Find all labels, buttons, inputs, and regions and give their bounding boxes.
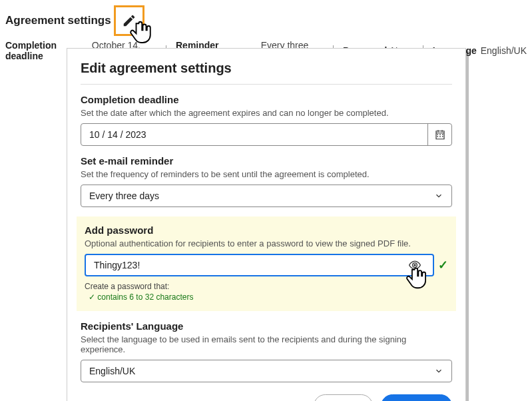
section-password: Add password Optional authentication for… [77,216,456,311]
reminder-select[interactable]: Every three days [81,185,452,207]
password-help: Optional authentication for recipients t… [85,238,448,248]
summary-language-value: English/UK [481,45,527,56]
calendar-button[interactable] [427,124,451,145]
dialog-title: Edit agreement settings [81,61,452,85]
svg-rect-0 [437,134,438,135]
dialog-footer: Cancel Continue [81,394,452,401]
deadline-help: Set the date after which the agreement e… [81,108,452,118]
check-icon: ✓ [438,258,448,272]
deadline-input[interactable] [81,124,427,145]
continue-button[interactable]: Continue [381,394,452,401]
section-reminder: Set e-mail reminder Set the frequency of… [81,155,452,207]
section-deadline: Completion deadline Set the date after w… [81,94,452,146]
svg-rect-5 [442,136,443,137]
language-help: Select the language to be used in emails… [81,334,452,354]
edit-agreement-dialog: Edit agreement settings Completion deadl… [67,48,466,401]
deadline-field[interactable] [81,123,452,146]
password-hint-title: Create a password that: [85,282,448,291]
section-language: Recipients' Language Select the language… [81,320,452,382]
cursor-pointer-icon [128,19,154,46]
password-input[interactable] [85,254,434,276]
language-select[interactable]: English/UK [81,360,452,382]
reminder-value: Every three days [89,191,159,201]
calendar-icon [434,129,446,141]
svg-rect-3 [437,136,438,137]
cancel-button[interactable]: Cancel [314,394,373,401]
page-title: Agreement settings [5,14,111,27]
chevron-down-icon [434,366,443,376]
language-label: Recipients' Language [81,320,452,332]
password-hint-rule: ✓ contains 6 to 32 characters [85,292,448,302]
svg-rect-1 [439,134,441,135]
deadline-label: Completion deadline [81,94,452,105]
reminder-label: Set e-mail reminder [81,155,452,167]
edit-agreement-button[interactable] [114,5,144,36]
language-value: English/UK [89,366,135,376]
chevron-down-icon [434,191,443,200]
svg-rect-2 [442,134,443,135]
cursor-pointer-icon [404,266,429,291]
reminder-help: Set the frequency of reminders to be sen… [81,169,452,179]
password-label: Add password [85,224,448,236]
svg-rect-4 [439,136,441,137]
